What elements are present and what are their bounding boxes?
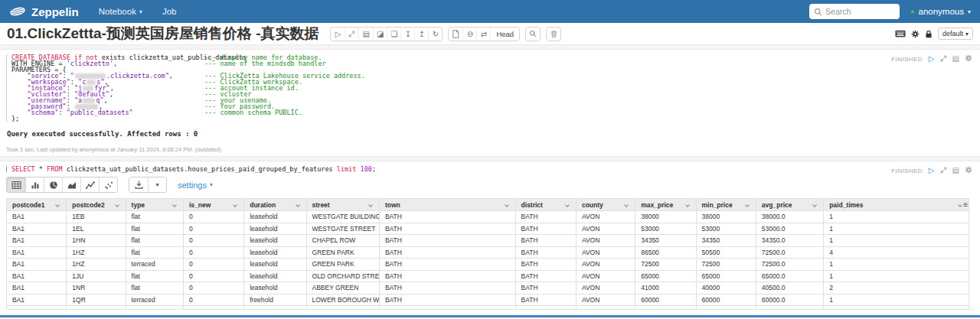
table-row[interactable]: BA11ELflat0leaseholdWESTGATE STREETBATHB… [7, 223, 969, 235]
table-row[interactable]: BA11QRterraced0freeholdLOWER BOROUGH WAL… [7, 294, 969, 306]
bar-chart-button[interactable] [25, 177, 44, 192]
sort-chevron-icon[interactable] [624, 203, 629, 207]
zeppelin-brand[interactable]: Zeppelin [9, 5, 79, 18]
sort-chevron-icon[interactable] [685, 203, 690, 207]
display-mode-select[interactable]: default ▾ [938, 28, 973, 40]
table-cell: leasehold [244, 223, 306, 235]
search-input[interactable] [825, 7, 891, 16]
settings-toggle[interactable]: settings ▾ [178, 181, 213, 190]
code-editor[interactable]: CREATE DATABASE if not exists clickzetta… [6, 54, 974, 122]
table-cell: AVON [576, 294, 635, 306]
run-all-paragraphs-button[interactable]: ▷ [331, 28, 345, 41]
table-row[interactable]: BA11HZterraced0leaseholdGREEN PARKBATHBA… [7, 259, 969, 271]
line-chart-button[interactable] [80, 177, 99, 192]
settings-label: settings [178, 181, 207, 190]
table-cell: 50500 [696, 246, 756, 259]
sort-chevron-icon[interactable] [172, 203, 177, 207]
interpreter-gear-button[interactable] [911, 30, 920, 38]
code-line: "vcluster": "default",--- vcluster [11, 91, 974, 97]
nav-job[interactable]: Job [162, 7, 177, 16]
column-header-avg_price[interactable]: avg_price [756, 199, 823, 211]
sort-chevron-icon[interactable] [233, 203, 237, 207]
clear-output-button[interactable]: ◪ [373, 28, 387, 41]
table-cell: BATH [515, 235, 576, 247]
remove-note-button[interactable] [547, 28, 560, 41]
next-paragraph-edge [0, 315, 980, 317]
column-header-district[interactable]: district [515, 199, 576, 211]
table-row[interactable]: BA11HNflat0leaseholdCHAPEL ROWBATHBATHAV… [7, 235, 969, 247]
code-line: "schema": "public_datasets"--- common sc… [11, 109, 974, 116]
table-view-button[interactable] [7, 177, 25, 192]
divider [0, 156, 980, 161]
download-data-button[interactable] [129, 177, 148, 192]
column-header-min_price[interactable]: min_price [696, 199, 756, 211]
column-header-postcode1[interactable]: postcode1 [7, 199, 67, 211]
paragraph-create-database[interactable]: FINISHED ▷▤ CREATE DATABASE if not exist… [0, 50, 980, 156]
column-header-type[interactable]: type [126, 199, 183, 211]
table-row[interactable]: BA11HZflat0leaseholdGREEN PARKBATHBATHAV… [7, 246, 969, 259]
sort-chevron-icon[interactable] [745, 203, 750, 207]
column-header-paid_times[interactable]: paid_times≡ [824, 199, 969, 211]
paragraph-select-query[interactable]: FINISHED ▷▤ SELECT * FROM clickzetta_uat… [0, 161, 980, 319]
download-options-button[interactable]: ▾ [148, 177, 166, 192]
search-note-button[interactable] [526, 28, 540, 41]
export-note-button[interactable]: ↧ [400, 28, 414, 41]
import-note-button[interactable]: ↥ [414, 28, 428, 41]
table-cell [306, 306, 379, 311]
code-editor[interactable]: SELECT * FROM clickzetta_uat_public_data… [6, 166, 974, 172]
shortcuts-button[interactable] [895, 30, 906, 37]
table-row[interactable]: BA11JUflat0leaseholdOLD ORCHARD STREETBA… [7, 270, 969, 282]
head-version-button[interactable]: Head [490, 28, 519, 41]
table-cell: 1 [824, 270, 969, 282]
sort-chevron-icon[interactable] [812, 203, 817, 207]
table-cell: 53000 [635, 223, 696, 235]
sort-chevron-icon[interactable] [368, 203, 373, 207]
scatter-chart-icon [104, 181, 113, 190]
switch-view-button[interactable]: ⇄ [476, 28, 490, 41]
pie-chart-button[interactable] [44, 177, 62, 192]
column-header-county[interactable]: county [576, 199, 635, 211]
table-cell: 72500 [635, 259, 696, 271]
table-cell: terraced [126, 294, 183, 306]
column-header-is_new[interactable]: is_new [183, 199, 243, 211]
theta-button[interactable]: ⊖ [462, 28, 476, 41]
sort-chevron-icon[interactable] [296, 203, 300, 207]
table-cell: 65000.0 [756, 270, 823, 282]
sort-chevron-icon[interactable] [55, 203, 60, 207]
show-hide-code-button[interactable] [345, 28, 358, 41]
chevron-down-icon: ▾ [968, 8, 971, 15]
column-header-duration[interactable]: duration [244, 199, 306, 211]
nav-notebook[interactable]: Notebook ▾ [99, 7, 142, 16]
show-hide-output-button[interactable]: ▤ [358, 28, 372, 41]
sort-chevron-icon[interactable] [565, 203, 570, 207]
version-control-button[interactable]: ↻ [428, 28, 442, 41]
column-header-max_price[interactable]: max_price [635, 199, 696, 211]
sort-chevron-icon[interactable] [958, 203, 962, 207]
column-label: county [582, 201, 603, 209]
sort-chevron-icon[interactable] [115, 203, 119, 207]
area-chart-button[interactable] [62, 177, 80, 192]
note-title[interactable]: 01.ClickZettta-预测英国房屋销售价格 -真实数据 [7, 24, 318, 44]
user-menu[interactable]: ● anonymous ▾ [910, 7, 971, 16]
clone-note-button[interactable]: ❏ [387, 28, 400, 41]
scatter-chart-button[interactable] [99, 177, 117, 192]
column-header-street[interactable]: street [306, 199, 379, 211]
file-button[interactable] [449, 28, 462, 41]
search-box[interactable] [809, 4, 900, 19]
divider [0, 44, 980, 50]
column-menu-icon[interactable]: ≡ [963, 200, 968, 209]
permissions-lock-button[interactable] [925, 30, 933, 38]
table-cell: leasehold [244, 235, 306, 247]
table-row[interactable]: BA11NRflat0leaseholdABBEY GREENBATHBATHA… [7, 282, 969, 295]
column-header-postcode2[interactable]: postcode2 [67, 199, 126, 211]
code-token: clickzetta_uat_public_datasets.house_pri… [63, 165, 337, 173]
column-header-town[interactable]: town [379, 199, 515, 211]
code-comment: --- name of the mindsdb handler [204, 60, 326, 67]
table-cell: 1 [824, 235, 969, 247]
table-row[interactable]: BA11EBflat0leaseholdWESTGATE BUILDINGSBA… [7, 211, 969, 223]
table-cell: BATH [379, 211, 515, 223]
result-table-container[interactable]: postcode1postcode2typeis_newdurationstre… [6, 198, 974, 310]
sort-chevron-icon[interactable] [505, 203, 509, 207]
table-cell: 1 [824, 294, 969, 306]
code-line: SELECT * FROM clickzetta_uat_public_data… [11, 166, 974, 172]
